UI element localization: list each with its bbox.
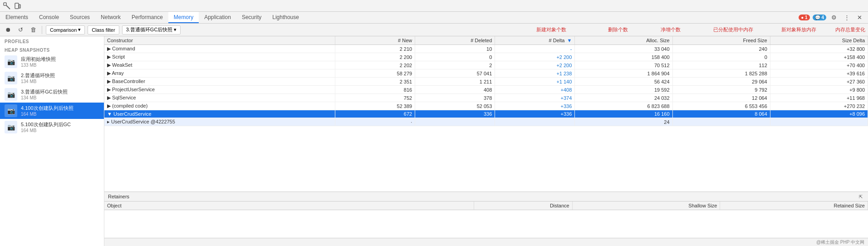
- profiles-title: Profiles: [0, 36, 104, 45]
- heap-snapshots-title: HEAP SNAPSHOTS: [0, 45, 104, 54]
- table-row[interactable]: ▶ Script2 2000+2 200158 4000+158 400: [104, 53, 868, 61]
- table-row[interactable]: ▶ Array58 27957 041+1 2381 864 9041 825 …: [104, 69, 868, 78]
- snapshot-name-1: 应用初始堆快照: [21, 56, 56, 63]
- snapshot-item-2[interactable]: 📷 2.普通循环快照 134 MB: [0, 70, 104, 86]
- th-new[interactable]: # New: [335, 36, 415, 45]
- snapshot-select[interactable]: 3.普通循环GC后快照 ▾: [122, 25, 181, 34]
- sort-icon: ▼: [567, 38, 572, 43]
- th-shallow-size[interactable]: Shallow Size: [572, 202, 720, 210]
- tab-memory[interactable]: Memory: [168, 12, 199, 23]
- chevron-icon: ▾: [78, 27, 81, 33]
- annotation-alloc-mem: 已分配使用中内存: [713, 26, 753, 33]
- th-freed[interactable]: Freed Size: [672, 36, 770, 45]
- annotation-new-objects: 新建对象个数: [536, 26, 566, 33]
- th-constructor[interactable]: Constructor: [104, 36, 335, 45]
- snapshot-name-5: 5.100次创建队列后GC: [21, 121, 71, 128]
- table-row[interactable]: ▸ UserCrudService @4222755·24: [104, 118, 868, 126]
- more-icon[interactable]: ⋮: [842, 13, 852, 23]
- snapshot-item-1[interactable]: 📷 应用初始堆快照 133 MB: [0, 54, 104, 70]
- error-badge: ● 1: [799, 15, 809, 20]
- snapshot-size-4: 164 MB: [21, 112, 74, 117]
- snapshot-icon-5: 📷: [5, 121, 17, 133]
- th-delta[interactable]: # Delta ▼: [495, 36, 575, 45]
- annotation-deleted: 删除个数: [608, 26, 628, 33]
- annotation-freed-mem: 新对象释放内存: [781, 26, 816, 33]
- inspect-icon[interactable]: [2, 1, 12, 11]
- svg-rect-3: [19, 5, 20, 8]
- snapshot-chevron-icon: ▾: [174, 27, 177, 33]
- table-row[interactable]: ▶ SqlService752378+37424 03212 064+11 96…: [104, 94, 868, 102]
- th-alloc[interactable]: Alloc. Size: [575, 36, 672, 45]
- snapshot-icon-3: 📷: [5, 88, 17, 101]
- annotation-net-increase: 净增个数: [661, 26, 681, 33]
- table-row[interactable]: ▶ WeakSet2 2022+2 20070 512112+70 400: [104, 61, 868, 69]
- svg-rect-0: [4, 3, 6, 5]
- snapshot-size-2: 134 MB: [21, 79, 55, 84]
- table-row[interactable]: ▼ UserCrudService672336+33616 1608 064+8…: [104, 110, 868, 118]
- snapshot-size-3: 134 MB: [21, 95, 68, 100]
- tab-sources[interactable]: Sources: [64, 12, 95, 23]
- snapshot-item-5[interactable]: 📷 5.100次创建队列后GC 164 MB: [0, 119, 104, 135]
- snapshot-size-5: 164 MB: [21, 128, 71, 133]
- snapshot-icon-2: 📷: [5, 72, 17, 84]
- watermark: @稀土掘金 PHP 中文网: [816, 239, 864, 246]
- retainers-title: Retainers: [108, 194, 129, 199]
- class-filter-dropdown[interactable]: Class filter: [88, 25, 119, 34]
- th-retained-size[interactable]: Retained Size: [720, 202, 868, 210]
- refresh-icon[interactable]: ↺: [15, 25, 25, 35]
- retainers-expand-icon[interactable]: ⇱: [857, 193, 864, 200]
- snapshot-name-2: 2.普通循环快照: [21, 72, 55, 79]
- record-icon[interactable]: ⏺: [3, 25, 13, 35]
- snapshot-item-3[interactable]: 📷 3.普通循环GC后快照 134 MB: [0, 86, 104, 103]
- th-object[interactable]: Object: [104, 202, 474, 210]
- close-icon[interactable]: ✕: [854, 13, 864, 23]
- snapshot-icon-1: 📷: [5, 55, 17, 68]
- snapshot-item-4[interactable]: 📷 4.100次创建队列后快照 164 MB: [0, 103, 104, 119]
- settings-icon[interactable]: ⚙: [829, 13, 839, 23]
- tab-console[interactable]: Console: [34, 12, 64, 23]
- th-distance[interactable]: Distance: [474, 202, 572, 210]
- th-deleted[interactable]: # Deleted: [415, 36, 495, 45]
- snapshot-icon-4: 📷: [5, 104, 17, 117]
- tab-security[interactable]: Security: [236, 12, 267, 23]
- comparison-dropdown[interactable]: Comparison ▾: [46, 25, 85, 34]
- delete-icon[interactable]: 🗑: [28, 25, 38, 35]
- device-icon[interactable]: [13, 1, 23, 11]
- tab-application[interactable]: Application: [199, 12, 236, 23]
- snapshot-name-4: 4.100次创建队列后快照: [21, 105, 74, 112]
- tab-network[interactable]: Network: [95, 12, 126, 23]
- svg-rect-2: [15, 3, 19, 9]
- annotation-size-change: 内存总量变化: [835, 26, 865, 33]
- svg-line-1: [6, 5, 10, 9]
- snapshot-size-1: 133 MB: [21, 63, 56, 68]
- table-row[interactable]: ▶ Command2 21010-33 040240+32 800: [104, 45, 868, 53]
- snapshot-name-3: 3.普通循环GC后快照: [21, 89, 68, 95]
- table-row[interactable]: ▶ BaseController2 3511 211+1 14056 42429…: [104, 78, 868, 86]
- th-size-delta[interactable]: Size Delta: [770, 36, 868, 45]
- tab-lighthouse[interactable]: Lighthouse: [267, 12, 304, 23]
- tab-performance[interactable]: Performance: [126, 12, 168, 23]
- info-badge: 💬 4: [813, 15, 826, 20]
- tab-elements[interactable]: Elements: [0, 12, 34, 23]
- table-row[interactable]: ▶ ProjectUserService816408+40819 5929 79…: [104, 86, 868, 94]
- table-row[interactable]: ▶ (compiled code)52 38952 053+3366 823 6…: [104, 102, 868, 110]
